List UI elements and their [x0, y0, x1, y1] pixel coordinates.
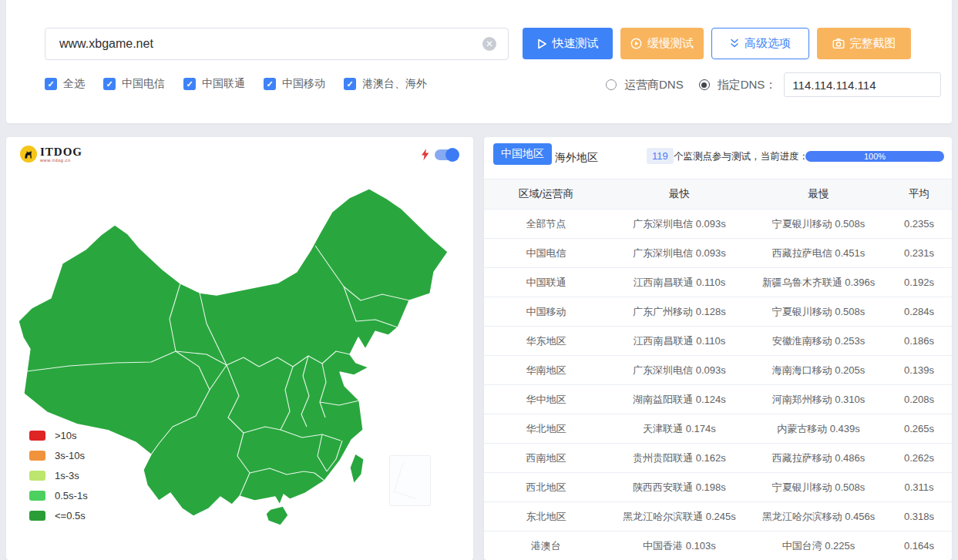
table-cell: 湖南益阳联通 0.124s: [608, 385, 751, 414]
table-cell: 中国电信: [484, 239, 608, 268]
table-cell: 广东深圳电信 0.093s: [608, 210, 751, 239]
full-screenshot-button[interactable]: 完整截图: [817, 28, 911, 59]
table-cell: 西北地区: [484, 473, 608, 502]
filter-label: 全选: [63, 77, 85, 91]
table-cell: 0.139s: [886, 356, 952, 385]
table-cell: 西南地区: [484, 444, 608, 473]
legend-label: 3s-10s: [55, 450, 85, 461]
table-header-cell: 最快: [608, 179, 751, 210]
table-cell: 黑龙江哈尔滨联通 0.245s: [608, 502, 751, 531]
table-cell: 中国台湾 0.225s: [751, 531, 886, 560]
dog-logo-icon: [20, 146, 37, 163]
quick-test-button[interactable]: 快速测试: [523, 28, 613, 59]
filter-checkbox-4[interactable]: ✓港澳台、海外: [344, 77, 427, 91]
table-cell: 0.318s: [886, 502, 952, 531]
table-cell: 贵州贵阳联通 0.162s: [608, 444, 751, 473]
table-cell: 0.208s: [886, 385, 952, 414]
legend-swatch: [29, 471, 45, 481]
table-cell: 江西南昌联通 0.110s: [608, 327, 751, 356]
realtime-toggle[interactable]: [435, 149, 458, 160]
progress-label: 个监测点参与测试，当前进度：: [674, 150, 808, 163]
table-cell: 广东深圳电信 0.093s: [608, 356, 751, 385]
map-panel: ITDOG www.itdog.cn: [6, 137, 473, 560]
slow-test-label: 缓慢测试: [647, 36, 694, 51]
progress-bar: 100%: [805, 151, 944, 162]
advanced-options-button[interactable]: 高级选项: [711, 28, 809, 59]
circled-play-icon: [630, 38, 642, 49]
custom-dns-label: 指定DNS：: [718, 78, 777, 92]
table-header-cell: 平均: [886, 179, 952, 210]
table-cell: 宁夏银川移动 0.508s: [751, 297, 886, 327]
table-row: 中国移动广东广州移动 0.128s宁夏银川移动 0.508s0.284s: [484, 297, 952, 327]
table-row: 华中地区湖南益阳联通 0.124s河南郑州移动 0.310s0.208s: [484, 385, 952, 414]
clear-input-icon[interactable]: ✕: [482, 37, 496, 51]
full-screenshot-label: 完整截图: [850, 36, 896, 51]
double-chevron-down-icon: [730, 39, 739, 49]
table-cell: 0.186s: [886, 327, 952, 356]
table-header-cell: 区域/运营商: [484, 179, 608, 210]
speed-toggle-zone: [421, 149, 458, 161]
filter-checkbox-1[interactable]: ✓中国电信: [103, 77, 165, 91]
table-row: 全部节点广东深圳电信 0.093s宁夏银川移动 0.508s0.235s: [484, 210, 952, 239]
logo-title: ITDOG: [40, 146, 82, 158]
lightning-icon: [421, 149, 429, 161]
tab-china[interactable]: 中国地区: [493, 143, 552, 165]
table-cell: 宁夏银川移动 0.508s: [751, 210, 886, 239]
results-panel: 中国地区海外地区 119 个监测点参与测试，当前进度： 100% 区域/运营商最…: [484, 137, 952, 560]
table-cell: 中国移动: [484, 297, 608, 327]
filter-checkbox-0[interactable]: ✓全选: [45, 77, 85, 91]
table-cell: 中国香港 0.103s: [608, 531, 751, 560]
filter-label: 中国移动: [282, 77, 325, 91]
checkbox-checked-icon: ✓: [103, 78, 116, 90]
table-cell: 华北地区: [484, 414, 608, 444]
tab-overseas[interactable]: 海外地区: [555, 147, 598, 169]
region-tabs: 中国地区海外地区 119 个监测点参与测试，当前进度： 100%: [484, 137, 952, 179]
filter-checkbox-2[interactable]: ✓中国联通: [183, 77, 245, 91]
advanced-options-label: 高级选项: [745, 36, 791, 51]
filter-checkbox-3[interactable]: ✓中国移动: [264, 77, 325, 91]
legend-swatch: [29, 511, 45, 521]
carrier-dns-radio[interactable]: [606, 79, 617, 90]
legend-item-1: 3s-10s: [29, 450, 88, 461]
table-cell: 全部节点: [484, 210, 608, 239]
legend-item-3: 0.5s-1s: [29, 490, 88, 501]
table-row: 中国联通江西南昌联通 0.110s新疆乌鲁木齐联通 0.396s0.192s: [484, 268, 952, 297]
play-icon: [537, 39, 547, 49]
table-cell: 河南郑州移动 0.310s: [751, 385, 886, 414]
dns-input[interactable]: [784, 72, 941, 97]
table-cell: 港澳台: [484, 531, 608, 560]
table-cell: 0.262s: [886, 444, 952, 473]
table-row: 西北地区陕西西安联通 0.198s宁夏银川移动 0.508s0.311s: [484, 473, 952, 502]
url-input[interactable]: [45, 28, 509, 60]
table-row: 华南地区广东深圳电信 0.093s海南海口移动 0.205s0.139s: [484, 356, 952, 385]
legend-label: >10s: [55, 430, 77, 441]
table-header-row: 区域/运营商最快最慢平均: [484, 179, 952, 210]
custom-dns-radio[interactable]: [699, 79, 710, 90]
carrier-dns-label: 运营商DNS: [624, 78, 684, 92]
table-header-cell: 最慢: [751, 179, 886, 210]
hainan-shape: [266, 506, 288, 525]
filter-label: 中国联通: [202, 77, 245, 91]
slow-test-button[interactable]: 缓慢测试: [620, 28, 704, 59]
camera-icon: [832, 38, 845, 49]
table-cell: 0.231s: [886, 239, 952, 268]
search-panel: ✕ 快速测试 缓慢测试 高级选项 完整截图 ✓全选✓中国电信✓中国联通✓中国移动…: [6, 0, 952, 123]
legend-label: <=0.5s: [55, 510, 86, 521]
table-row: 港澳台中国香港 0.103s中国台湾 0.225s0.164s: [484, 531, 952, 560]
table-row: 华北地区天津联通 0.174s内蒙古移动 0.439s0.265s: [484, 414, 952, 444]
latency-legend: >10s3s-10s1s-3s0.5s-1s<=0.5s: [29, 430, 88, 521]
filter-label: 港澳台、海外: [362, 77, 427, 91]
table-cell: 内蒙古移动 0.439s: [751, 414, 886, 444]
legend-item-2: 1s-3s: [29, 470, 88, 481]
checkbox-checked-icon: ✓: [183, 78, 196, 90]
table-cell: 西藏拉萨移动 0.486s: [751, 444, 886, 473]
filter-row: ✓全选✓中国电信✓中国联通✓中国移动✓港澳台、海外: [45, 77, 427, 91]
table-cell: 天津联通 0.174s: [608, 414, 751, 444]
table-cell: 0.235s: [886, 210, 952, 239]
table-cell: 华南地区: [484, 356, 608, 385]
table-cell: 江西南昌联通 0.110s: [608, 268, 751, 297]
legend-item-4: <=0.5s: [29, 510, 88, 521]
table-cell: 0.265s: [886, 414, 952, 444]
table-row: 西南地区贵州贵阳联通 0.162s西藏拉萨移动 0.486s0.262s: [484, 444, 952, 473]
table-row: 中国电信广东深圳电信 0.093s西藏拉萨电信 0.451s0.231s: [484, 239, 952, 268]
